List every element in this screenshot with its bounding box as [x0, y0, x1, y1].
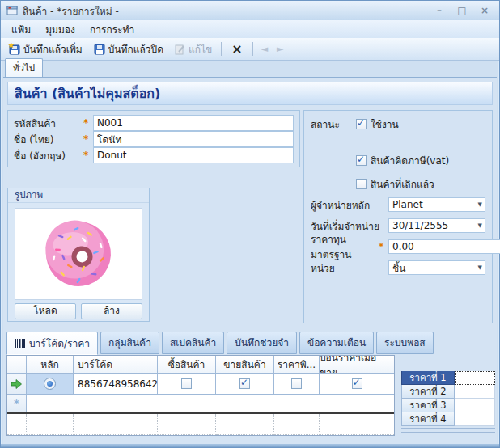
load-image-button[interactable]: โหลด [15, 303, 76, 319]
main-radio[interactable] [44, 378, 56, 390]
barcode-table-header: หลัก บาร์โค้ด ซื้อสินค้า ขายสินค้า ราคาพ… [7, 356, 394, 374]
price-level-row-4[interactable]: ราคาที่ 4 [401, 412, 495, 426]
barcode-cell[interactable]: 8856748958642 [74, 374, 158, 395]
page-tab-strip: ทั่วไป [1, 61, 499, 78]
product-code-row: รหัสสินค้า * [14, 115, 294, 131]
name-english-row: ชื่อ (อังกฤษ) * [14, 147, 294, 163]
status-label: สถานะ [311, 116, 356, 132]
column-main[interactable]: หลัก [27, 356, 74, 374]
product-code-input[interactable] [93, 115, 294, 131]
edit-label: แก้ไข [189, 41, 212, 57]
sell-checkbox[interactable] [239, 378, 250, 389]
required-marker: * [379, 241, 388, 252]
column-barcode[interactable]: บาร์โค้ด [74, 356, 158, 374]
image-group: รูปภาพ [7, 188, 150, 322]
unit-select[interactable]: ชิ้น ▼ [388, 260, 485, 275]
product-window: สินค้า - *รายการใหม่ - – □ × แฟ้ม มุมมอง… [0, 0, 500, 448]
special-price-checkbox-cell[interactable] [274, 374, 320, 395]
name-english-input[interactable] [93, 147, 294, 163]
tab-warning-message[interactable]: ข้อความเตือน [299, 332, 374, 354]
clear-image-button[interactable]: ล้าง [81, 303, 142, 319]
price-level-row-1[interactable]: ราคาที่ 1 [401, 371, 495, 385]
menu-file[interactable]: แฟ้ม [6, 20, 36, 39]
price-level-1[interactable]: ราคาที่ 1 [401, 371, 455, 385]
column-enter-price-on-sale[interactable]: ป้อนราคาเมื่อขาย [320, 356, 394, 374]
standard-cost-label: ราคาทุนมาตรฐาน [311, 231, 379, 262]
name-thai-label: ชื่อ (ไทย) [14, 132, 83, 147]
price-level-row-2[interactable]: ราคาที่ 2 [401, 385, 495, 399]
table-row[interactable]: 8856748958642 [7, 374, 394, 395]
active-checkbox[interactable] [356, 119, 367, 129]
save-and-add-button[interactable]: บันทึกแล้วเพิ่ม [4, 40, 87, 58]
tab-pos-system[interactable]: ระบบพอส [376, 332, 434, 354]
sell-checkbox-cell[interactable] [216, 374, 274, 395]
name-thai-input[interactable] [93, 131, 294, 147]
save-and-add-label: บันทึกแล้วเพิ่ม [23, 41, 83, 57]
vat-checkbox[interactable] [356, 155, 367, 166]
active-label: ใช้งาน [371, 116, 399, 132]
new-row[interactable]: * [7, 395, 394, 412]
maximize-button[interactable]: □ [453, 4, 471, 17]
product-image [15, 208, 142, 300]
supplier-value: Planet [392, 199, 423, 210]
product-code-label: รหัสสินค้า [14, 116, 83, 131]
required-marker: * [83, 133, 93, 145]
buy-checkbox-cell[interactable] [158, 374, 216, 395]
menu-bar: แฟ้ม มุมมอง การกระทำ [1, 20, 499, 38]
column-special-price[interactable]: ราคาพิ... [274, 356, 320, 374]
discontinued-label: สินค้าที่เลิกแล้ว [371, 176, 434, 192]
price-level-4[interactable]: ราคาที่ 4 [401, 412, 455, 426]
column-sell[interactable]: ขายสินค้า [216, 356, 274, 374]
save-and-close-button[interactable]: บันทึกแล้วปิด [89, 40, 167, 58]
enter-price-checkbox-cell[interactable] [320, 374, 394, 395]
placeholder-cell [27, 414, 74, 435]
vat-checkbox-row: สินค้าคิดภาษี(vat) [356, 153, 485, 168]
buy-checkbox[interactable] [181, 378, 192, 389]
price-level-2-value[interactable] [455, 385, 495, 399]
unit-row: หน่วย ชิ้น ▼ [311, 260, 485, 276]
price-level-4-value[interactable] [455, 412, 495, 426]
menu-view[interactable]: มุมมอง [40, 20, 81, 39]
tab-warning-message-label: ข้อความเตือน [307, 335, 366, 350]
column-buy[interactable]: ซื้อสินค้า [158, 356, 216, 374]
discontinued-checkbox[interactable] [356, 179, 367, 189]
details-panel: สถานะ ใช้งาน สินค้าคิดภาษี(vat) สินค้าที… [303, 110, 493, 323]
donut-image [36, 212, 121, 296]
save-and-close-label: บันทึกแล้วปิด [108, 41, 163, 57]
price-grid-footer [401, 428, 495, 433]
tab-product-spec[interactable]: สเปคสินค้า [162, 332, 224, 354]
bottom-tab-strip: บาร์โค้ด/ราคา กลุ่มสินค้า สเปคสินค้า บัน… [6, 335, 495, 354]
standard-cost-input[interactable] [388, 239, 500, 254]
new-row-empty[interactable] [27, 395, 394, 412]
menu-action[interactable]: การกระทำ [84, 20, 140, 39]
supplier-select[interactable]: Planet ▼ [388, 197, 485, 212]
tab-memo[interactable]: บันทึกช่วยจำ [227, 332, 297, 354]
sale-date-select[interactable]: 30/11/2555 ▼ [388, 218, 485, 233]
standard-cost-row: ราคาทุนมาตรฐาน * [311, 239, 485, 255]
main-radio-cell[interactable] [27, 374, 74, 395]
save-add-icon [8, 43, 20, 55]
barcode-icon [15, 339, 25, 348]
unit-label: หน่วย [311, 260, 388, 276]
tab-general[interactable]: ทั่วไป [5, 58, 43, 78]
tab-product-group-label: กลุ่มสินค้า [108, 335, 151, 350]
tab-barcode-price-label: บาร์โค้ด/ราคา [29, 336, 90, 351]
title-bar: สินค้า - *รายการใหม่ - – □ × [1, 1, 499, 20]
status-row: สถานะ ใช้งาน [311, 117, 485, 130]
minimize-button[interactable]: – [430, 4, 448, 17]
image-group-title: รูปภาพ [8, 188, 149, 203]
empty-placeholder-row [7, 414, 394, 435]
special-price-checkbox[interactable] [291, 378, 302, 389]
enter-price-checkbox[interactable] [352, 378, 362, 389]
price-level-1-value[interactable] [455, 371, 495, 385]
tab-product-group[interactable]: กลุ่มสินค้า [100, 332, 159, 354]
price-level-3[interactable]: ราคาที่ 3 [401, 399, 455, 412]
price-level-row-3[interactable]: ราคาที่ 3 [401, 399, 495, 412]
save-close-icon [93, 43, 105, 55]
form-area: รหัสสินค้า * ชื่อ (ไทย) * ชื่อ (อังกฤษ) … [7, 108, 493, 328]
close-button[interactable]: × [476, 4, 494, 17]
tab-barcode-price[interactable]: บาร์โค้ด/ราคา [6, 332, 98, 355]
delete-icon[interactable]: × [227, 41, 247, 57]
price-level-3-value[interactable] [455, 399, 495, 412]
price-level-2[interactable]: ราคาที่ 2 [401, 385, 455, 399]
